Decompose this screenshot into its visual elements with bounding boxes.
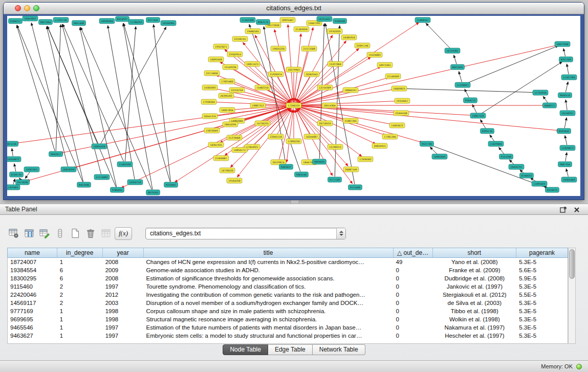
table-row[interactable]: 946362711997Embryonic stem cells: a mode… bbox=[8, 332, 568, 340]
import-table-button[interactable] bbox=[99, 227, 113, 240]
network-node[interactable]: 19887312 bbox=[250, 103, 266, 108]
network-node[interactable]: 10618359 bbox=[61, 167, 76, 172]
network-node[interactable]: 22456108 bbox=[394, 111, 409, 116]
network-node[interactable]: 20718533 bbox=[317, 121, 333, 126]
network-node[interactable]: 10305469 bbox=[561, 177, 577, 182]
minimize-window-button[interactable] bbox=[24, 5, 30, 11]
network-node[interactable]: 8468217 bbox=[543, 103, 557, 108]
network-node[interactable]: 11895023 bbox=[532, 181, 547, 186]
tab-node-table[interactable]: Node Table bbox=[223, 344, 268, 355]
network-node[interactable]: 21573308 bbox=[301, 46, 317, 51]
network-node[interactable]: 20129874 bbox=[271, 160, 286, 165]
network-node[interactable]: 11174082 bbox=[94, 174, 110, 180]
network-node[interactable]: 10928364 bbox=[99, 18, 115, 24]
network-node[interactable]: 21450687 bbox=[213, 156, 229, 161]
new-file-button[interactable] bbox=[69, 227, 82, 240]
network-node[interactable]: 11329465 bbox=[7, 185, 20, 190]
network-node[interactable]: 9836510 bbox=[558, 93, 572, 98]
network-node[interactable]: 9235847 bbox=[164, 182, 178, 187]
network-node[interactable]: 22310759 bbox=[229, 87, 245, 93]
tab-edge-table[interactable]: Edge Table bbox=[268, 344, 313, 355]
network-node[interactable]: 18066197 bbox=[343, 87, 358, 93]
table-row[interactable]: 1938455462009Genome-wide association stu… bbox=[8, 266, 568, 274]
table-edit-button[interactable] bbox=[38, 227, 51, 240]
table-row[interactable]: 969969511998Structural magnetic resonanc… bbox=[8, 315, 568, 323]
network-node[interactable]: 16092458 bbox=[208, 57, 224, 62]
network-node[interactable]: 16579903 bbox=[286, 67, 301, 72]
network-node[interactable]: 11295730 bbox=[53, 17, 69, 23]
network-node[interactable]: 21278406 bbox=[227, 135, 242, 140]
network-node[interactable]: 18610295 bbox=[223, 122, 238, 127]
close-window-button[interactable] bbox=[15, 5, 21, 11]
column-header-pagerank[interactable]: pagerank bbox=[516, 248, 568, 257]
network-node[interactable]: 16811473 bbox=[245, 61, 260, 67]
network-node[interactable]: 14305692 bbox=[202, 85, 217, 90]
table-chooser-combo[interactable]: citations_edges.txt bbox=[145, 228, 346, 239]
network-node[interactable]: 11068347 bbox=[415, 17, 430, 23]
network-node[interactable]: 8837064 bbox=[39, 19, 53, 25]
network-node[interactable]: 10350718 bbox=[127, 180, 143, 185]
network-graph[interactable]: 1724015518514304121543092036254316579903… bbox=[7, 16, 580, 196]
network-hub-node[interactable]: 17240155 bbox=[286, 103, 301, 108]
network-node[interactable]: 17036582 bbox=[358, 157, 373, 162]
network-node[interactable]: 22503914 bbox=[227, 52, 243, 57]
network-node[interactable]: 11629804 bbox=[488, 141, 504, 146]
network-node[interactable]: 10983645 bbox=[432, 154, 447, 159]
network-node[interactable]: 12154309 bbox=[317, 85, 333, 90]
network-node[interactable]: 8740652 bbox=[520, 173, 534, 178]
network-node[interactable]: 19523071 bbox=[213, 44, 229, 49]
table-row[interactable]: 946554611997Estimation of the future num… bbox=[8, 323, 568, 332]
table-scrollbar[interactable] bbox=[568, 248, 576, 344]
network-node[interactable]: 10759382 bbox=[445, 48, 460, 53]
network-node[interactable]: 22174836 bbox=[204, 71, 220, 76]
network-node[interactable]: 18925407 bbox=[280, 17, 295, 23]
network-node[interactable]: 19318457 bbox=[395, 98, 410, 103]
network-node[interactable]: 10094326 bbox=[92, 144, 107, 149]
network-node[interactable]: 18261935 bbox=[208, 142, 224, 147]
network-node[interactable]: 20396182 bbox=[219, 93, 234, 98]
network-node[interactable]: 9115460 bbox=[349, 185, 362, 190]
network-node[interactable]: 22238741 bbox=[232, 36, 248, 41]
network-node[interactable]: 9465546 bbox=[295, 172, 309, 177]
float-panel-icon[interactable] bbox=[559, 206, 568, 214]
network-node[interactable]: 9699695 bbox=[313, 159, 326, 164]
column-header-out_degree[interactable]: △ out_de… bbox=[394, 248, 433, 257]
column-header-in_degree[interactable]: in_degree bbox=[57, 248, 103, 257]
network-node[interactable]: 9042617 bbox=[49, 151, 63, 157]
network-node[interactable]: 10148257 bbox=[560, 111, 575, 116]
table-row[interactable]: 2242004622012Investigating the contribut… bbox=[8, 291, 568, 299]
function-builder-button[interactable]: f(x) bbox=[115, 227, 132, 240]
network-node[interactable]: 10867530 bbox=[470, 113, 486, 118]
network-node[interactable]: 16244087 bbox=[304, 134, 319, 139]
network-node[interactable]: 19762035 bbox=[327, 29, 342, 34]
network-node[interactable]: 18973261 bbox=[377, 62, 393, 68]
network-node[interactable]: 9573028 bbox=[16, 180, 30, 185]
network-node[interactable]: 9377641 bbox=[146, 17, 160, 23]
zoom-window-button[interactable] bbox=[33, 5, 39, 11]
network-node[interactable]: 10751423 bbox=[317, 16, 332, 21]
network-node[interactable]: 15093672 bbox=[389, 123, 405, 128]
network-node[interactable]: 9504213 bbox=[464, 98, 477, 103]
network-node[interactable]: 19104258 bbox=[227, 178, 242, 183]
network-node[interactable]: 17581246 bbox=[382, 134, 398, 139]
network-node[interactable]: 14736225 bbox=[255, 121, 270, 126]
table-row[interactable]: 1830029562008Estimation of significance … bbox=[8, 274, 568, 282]
network-node[interactable]: 9153268 bbox=[499, 154, 513, 159]
network-node[interactable]: 16385910 bbox=[341, 35, 357, 40]
network-node[interactable]: 20541376 bbox=[202, 114, 217, 119]
network-node[interactable]: 21926974 bbox=[268, 72, 284, 77]
network-node[interactable]: 9651408 bbox=[72, 20, 86, 26]
network-node[interactable]: 11238697 bbox=[455, 82, 470, 87]
network-node[interactable]: 14850173 bbox=[232, 147, 247, 152]
network-node[interactable]: 9777169 bbox=[328, 177, 342, 182]
network-node[interactable]: 19035220 bbox=[271, 46, 286, 51]
network-node[interactable]: 15327064 bbox=[328, 61, 343, 67]
network-node[interactable]: 10287651 bbox=[24, 167, 39, 172]
network-node[interactable]: 15149236 bbox=[223, 64, 238, 70]
column-header-short[interactable]: short bbox=[433, 248, 517, 257]
network-node[interactable]: 8593642 bbox=[557, 128, 571, 134]
network-node[interactable]: 20687149 bbox=[343, 167, 359, 172]
network-node[interactable]: 20834915 bbox=[372, 143, 387, 148]
network-node[interactable]: 11026873 bbox=[560, 145, 575, 150]
network-node[interactable]: 8962174 bbox=[256, 19, 270, 25]
